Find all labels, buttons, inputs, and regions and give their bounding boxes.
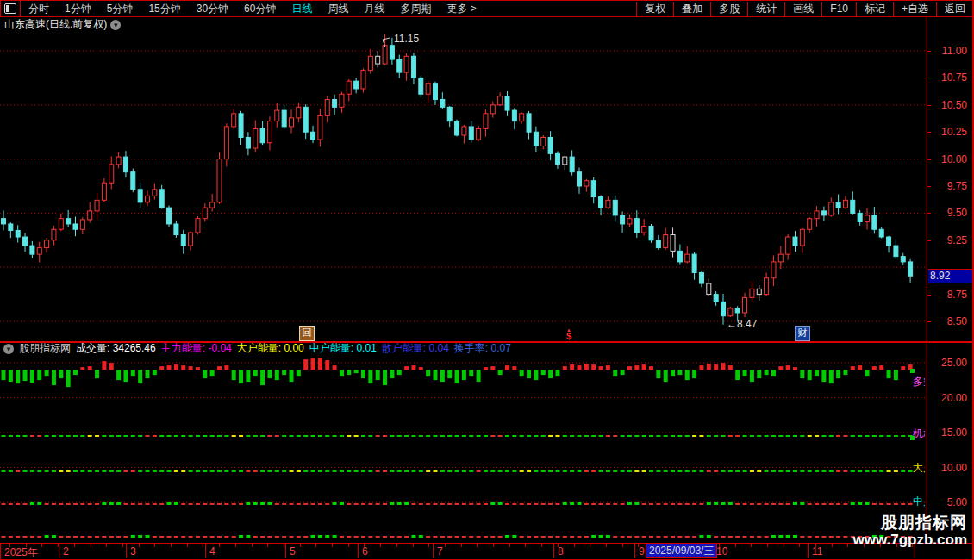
fund-line-dash bbox=[290, 536, 294, 538]
menu-item-period-7[interactable]: 周线 bbox=[320, 2, 356, 16]
energy-bar bbox=[66, 370, 71, 387]
menu-item-period-0[interactable]: 分时 bbox=[21, 2, 57, 16]
menu-item-period-8[interactable]: 月线 bbox=[356, 2, 392, 16]
month-gridline bbox=[358, 544, 359, 558]
week-tick bbox=[735, 544, 736, 547]
menu-item-period-9[interactable]: 多周期 bbox=[392, 2, 439, 16]
menu-item-tool-5[interactable]: F10 bbox=[821, 2, 856, 16]
fund-line-dash bbox=[73, 503, 78, 505]
fund-line-dash bbox=[340, 470, 344, 472]
candle-body bbox=[584, 181, 589, 186]
fund-line-dash bbox=[563, 536, 567, 538]
current-price-badge: 8.92 bbox=[928, 269, 974, 283]
crosshair-date-badge: 2025/09/03/三 bbox=[646, 544, 717, 558]
candle-body bbox=[599, 197, 603, 208]
menu-item-tool-3[interactable]: 统计 bbox=[747, 2, 784, 16]
fund-line-dash bbox=[555, 470, 559, 472]
energy-bar bbox=[721, 363, 726, 370]
fund-line-dash bbox=[95, 435, 99, 437]
month-gridline bbox=[634, 544, 635, 558]
menu-item-period-2[interactable]: 5分钟 bbox=[99, 2, 141, 16]
fund-line-dash bbox=[512, 535, 516, 538]
candle-body bbox=[318, 115, 322, 140]
info-marker-cai[interactable]: 财 bbox=[795, 326, 810, 341]
energy-bar bbox=[851, 366, 855, 370]
candle-body bbox=[821, 211, 826, 215]
fund-line-dash bbox=[692, 536, 696, 538]
menu-item-tool-7[interactable]: +自选 bbox=[893, 2, 936, 16]
fund-line-dash bbox=[735, 536, 740, 538]
menu-item-period-4[interactable]: 30分钟 bbox=[189, 2, 236, 16]
fund-line-dash bbox=[383, 503, 387, 505]
fund-line-dash bbox=[397, 502, 402, 505]
energy-bar bbox=[411, 365, 415, 370]
fund-line-dash bbox=[217, 503, 222, 505]
menu-item-tool-8[interactable]: 返回 bbox=[936, 2, 973, 16]
fund-line-dash bbox=[836, 470, 840, 472]
fund-line-dash bbox=[217, 470, 222, 472]
fund-line-dash bbox=[541, 435, 546, 437]
fund-line-dash bbox=[333, 535, 337, 538]
fund-line-dash bbox=[181, 435, 185, 437]
fund-line-dash bbox=[325, 503, 329, 505]
menu-item-tool-4[interactable]: 画线 bbox=[784, 2, 821, 16]
fund-line-dash bbox=[390, 536, 394, 538]
fund-line-dash bbox=[411, 435, 415, 437]
fund-line-dash bbox=[347, 536, 351, 538]
chevron-down-icon[interactable]: ▾ bbox=[110, 20, 121, 30]
fund-line-dash bbox=[555, 503, 559, 505]
info-marker-dollar[interactable]: ▲ $ bbox=[562, 327, 576, 340]
energy-bar bbox=[146, 370, 150, 378]
energy-bar bbox=[16, 370, 20, 383]
fund-line-dash bbox=[80, 470, 84, 472]
menu-item-period-5[interactable]: 60分钟 bbox=[236, 2, 284, 16]
fund-line-dash bbox=[555, 435, 559, 437]
indicator-chart[interactable] bbox=[0, 356, 927, 543]
fund-line-dash bbox=[520, 503, 524, 505]
energy-bar bbox=[174, 364, 178, 370]
candle-body bbox=[311, 132, 315, 140]
chevron-down-icon[interactable]: ▾ bbox=[3, 344, 14, 354]
candlestick-chart[interactable] bbox=[0, 16, 927, 341]
menu-item-period-6[interactable]: 日线 bbox=[284, 2, 320, 16]
fund-line-dash bbox=[434, 536, 438, 538]
fund-line-dash bbox=[253, 502, 258, 505]
candle-body bbox=[102, 183, 106, 200]
menu-item-tool-6[interactable]: 标记 bbox=[856, 2, 893, 16]
menu-item-tool-1[interactable]: 叠加 bbox=[673, 2, 710, 16]
fund-line-dash bbox=[196, 536, 200, 538]
candle-body bbox=[2, 219, 6, 224]
week-tick bbox=[751, 544, 752, 547]
candle-body bbox=[555, 153, 559, 165]
cai-glyph: 财 bbox=[798, 327, 808, 338]
fund-line-dash bbox=[843, 470, 847, 472]
energy-bar bbox=[361, 370, 365, 378]
fund-line-dash bbox=[138, 470, 142, 472]
fund-line-dash bbox=[411, 535, 415, 538]
menu-item-period-10[interactable]: 更多 > bbox=[439, 2, 484, 16]
fund-line-dash bbox=[340, 435, 344, 437]
info-marker-hui[interactable]: 回 bbox=[299, 326, 315, 341]
fund-line-dash bbox=[297, 536, 301, 538]
fund-line-dash bbox=[30, 502, 34, 505]
menu-item-tool-0[interactable]: 复权 bbox=[636, 2, 673, 16]
fund-line-dash bbox=[434, 435, 438, 437]
fund-line-dash bbox=[290, 470, 294, 472]
fund-line-dash bbox=[821, 503, 826, 505]
menu-item-period-3[interactable]: 15分钟 bbox=[140, 2, 188, 16]
fund-line-dash bbox=[699, 503, 703, 505]
fund-line-dash bbox=[757, 470, 761, 472]
menu-item-tool-2[interactable]: 多股 bbox=[710, 2, 747, 16]
fund-line-dash bbox=[728, 502, 733, 505]
fund-line-dash bbox=[548, 536, 553, 538]
window-layout-button[interactable] bbox=[1, 1, 21, 16]
candle-body bbox=[23, 237, 28, 246]
menu-item-period-1[interactable]: 1分钟 bbox=[57, 2, 99, 16]
fund-line-dash bbox=[498, 502, 503, 505]
candle-body bbox=[462, 127, 466, 135]
fund-line-dash bbox=[634, 536, 639, 538]
candle-body bbox=[570, 157, 574, 172]
candle-body bbox=[750, 289, 754, 297]
energy-bar bbox=[260, 370, 265, 385]
candle-body bbox=[297, 107, 301, 118]
